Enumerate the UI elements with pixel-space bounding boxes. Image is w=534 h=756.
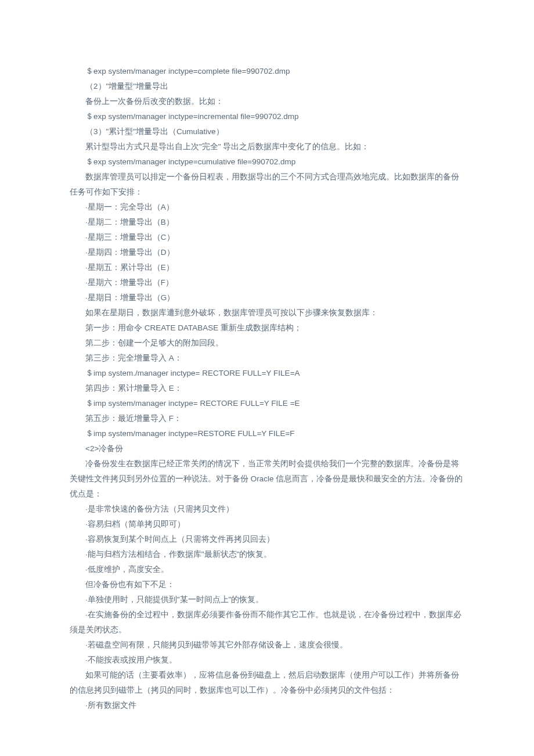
text-line: ·星期六：增量导出（F） bbox=[70, 275, 464, 290]
text-line: ·容易恢复到某个时间点上（只需将文件再拷贝回去） bbox=[70, 532, 464, 547]
text-line: ＄exp system/manager inctype=incremental … bbox=[70, 109, 464, 124]
text-line: ＄exp system/manager inctype=cumulative f… bbox=[70, 154, 464, 170]
text-line: 第四步：累计增量导入 E： bbox=[70, 381, 464, 396]
text-line: ·单独使用时，只能提供到"某一时间点上"的恢复。 bbox=[70, 592, 464, 607]
text-line: 但冷备份也有如下不足： bbox=[70, 577, 464, 592]
text-line: ＄imp system/manager inctype=RESTORE FULL… bbox=[70, 426, 464, 441]
text-line: 数据库管理员可以排定一个备份日程表，用数据导出的三个不同方式合理高效地完成。比如… bbox=[70, 170, 464, 200]
text-line: （3）"累计型"增量导出（Cumulative） bbox=[70, 124, 464, 139]
text-line: ＄imp system/manager inctype= RECTORE FUL… bbox=[70, 396, 464, 411]
text-line: 第五步：最近增量导入 F： bbox=[70, 411, 464, 426]
text-line: ·不能按表或按用户恢复。 bbox=[70, 653, 464, 668]
text-line: ＄imp system./manager inctype= RECTORE FU… bbox=[70, 366, 464, 381]
text-line: 累计型导出方式只是导出自上次"完全" 导出之后数据库中变化了的信息。比如： bbox=[70, 139, 464, 154]
text-line: <2>冷备份 bbox=[70, 441, 464, 456]
text-line: ·星期四：增量导出（D） bbox=[70, 245, 464, 260]
text-line: 如果在星期日，数据库遭到意外破坏，数据库管理员可按以下步骤来恢复数据库： bbox=[70, 305, 464, 321]
text-line: ·星期一：完全导出（A） bbox=[70, 200, 464, 215]
text-line: ·容易归档（简单拷贝即可） bbox=[70, 517, 464, 532]
text-line: ＄exp system/manager inctype=complete fil… bbox=[70, 64, 464, 79]
text-line: 第二步：创建一个足够大的附加回段。 bbox=[70, 336, 464, 351]
text-line: ·若磁盘空间有限，只能拷贝到磁带等其它外部存储设备上，速度会很慢。 bbox=[70, 638, 464, 653]
text-line: ·在实施备份的全过程中，数据库必须要作备份而不能作其它工作。也就是说，在冷备份过… bbox=[70, 607, 464, 638]
text-line: 冷备份发生在数据库已经正常关闭的情况下，当正常关闭时会提供给我们一个完整的数据库… bbox=[70, 456, 464, 502]
text-line: ·星期五：累计导出（E） bbox=[70, 260, 464, 275]
text-line: ·低度维护，高度安全。 bbox=[70, 562, 464, 577]
document-page: ＄exp system/manager inctype=complete fil… bbox=[0, 0, 534, 756]
text-line: 备份上一次备份后改变的数据。比如： bbox=[70, 94, 464, 109]
text-line: ·所有数据文件 bbox=[70, 698, 464, 713]
text-line: ·星期二：增量导出（B） bbox=[70, 215, 464, 230]
text-line: ·星期日：增量导出（G） bbox=[70, 290, 464, 305]
text-line: ·星期三：增量导出（C） bbox=[70, 230, 464, 245]
text-line: 如果可能的话（主要看效率），应将信息备份到磁盘上，然后启动数据库（使用户可以工作… bbox=[70, 668, 464, 698]
text-line: 第一步：用命令 CREATE DATABASE 重新生成数据库结构； bbox=[70, 321, 464, 336]
text-line: （2）"增量型"增量导出 bbox=[70, 79, 464, 94]
text-line: ·是非常快速的备份方法（只需拷贝文件） bbox=[70, 502, 464, 517]
text-line: ·能与归档方法相结合，作数据库"最新状态"的恢复。 bbox=[70, 547, 464, 562]
text-line: 第三步：完全增量导入 A： bbox=[70, 351, 464, 366]
